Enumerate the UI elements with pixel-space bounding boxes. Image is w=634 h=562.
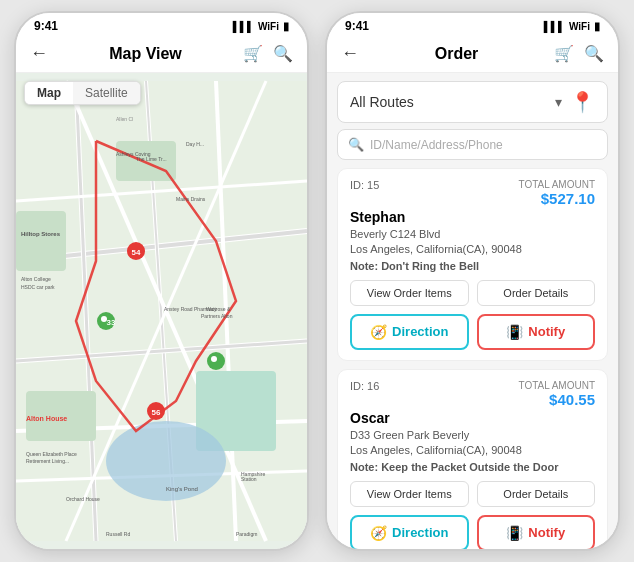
svg-text:Station: Station [241, 476, 257, 482]
order-card-2: ID: 16 TOTAL AMOUNT $40.55 Oscar D33 Gre… [337, 369, 608, 549]
order-amount-2: $40.55 [519, 391, 596, 408]
total-label-2: TOTAL AMOUNT [519, 380, 596, 391]
amount-right-1: TOTAL AMOUNT $527.10 [519, 179, 596, 207]
svg-text:Allen Cl: Allen Cl [116, 116, 133, 122]
header-left: ← Map View 🛒 🔍 [16, 37, 307, 73]
page-title-right: Order [435, 45, 479, 63]
svg-text:Paradigm: Paradigm [236, 531, 257, 537]
order-amount-1: $527.10 [519, 190, 596, 207]
map-pin-icon: 📍 [570, 90, 595, 114]
search-input-icon: 🔍 [348, 137, 364, 152]
route-selector[interactable]: All Routes ▾ 📍 [337, 81, 608, 123]
order-id-2: ID: 16 [350, 380, 379, 392]
status-time-right: 9:41 [345, 19, 369, 33]
svg-text:Alton House: Alton House [26, 415, 67, 422]
direction-icon-1: 🧭 [370, 324, 387, 340]
order-note-1: Note: Don't Ring the Bell [350, 260, 595, 272]
total-label-1: TOTAL AMOUNT [519, 179, 596, 190]
tab-satellite[interactable]: Satellite [73, 82, 140, 104]
svg-text:Anstey Road Pharmacy: Anstey Road Pharmacy [164, 306, 217, 312]
svg-text:Hilltop Stores: Hilltop Stores [21, 231, 61, 237]
battery-icon-left: ▮ [283, 20, 289, 33]
search-icon-right[interactable]: 🔍 [584, 44, 604, 63]
tab-map[interactable]: Map [25, 82, 73, 104]
view-order-items-button-1[interactable]: View Order Items [350, 280, 469, 306]
header-icons-left: 🛒 🔍 [243, 44, 293, 63]
svg-text:The Lime Tr...: The Lime Tr... [136, 156, 167, 162]
signal-icon-left: ▌▌▌ [233, 21, 254, 32]
svg-text:Partners Alton: Partners Alton [201, 313, 233, 319]
back-button-right[interactable]: ← [341, 43, 359, 64]
svg-text:King's Pond: King's Pond [166, 486, 198, 492]
svg-point-28 [211, 356, 217, 362]
svg-text:54: 54 [132, 248, 141, 257]
status-time-left: 9:41 [34, 19, 58, 33]
order-content: All Routes ▾ 📍 🔍 ID/Name/Address/Phone I… [327, 73, 618, 549]
svg-text:56: 56 [152, 408, 161, 417]
signal-icon-right: ▌▌▌ [544, 21, 565, 32]
notify-button-1[interactable]: 📳 Notify [477, 314, 596, 350]
header-right: ← Order 🛒 🔍 [327, 37, 618, 73]
order-actions-row-2: View Order Items Order Details [350, 481, 595, 507]
phone-order-view: 9:41 ▌▌▌ WiFi ▮ ← Order 🛒 🔍 All Routes ▾… [325, 11, 620, 551]
order-header-2: ID: 16 TOTAL AMOUNT $40.55 [350, 380, 595, 408]
status-icons-left: ▌▌▌ WiFi ▮ [233, 20, 289, 33]
svg-text:Orchard House: Orchard House [66, 496, 100, 502]
battery-icon-right: ▮ [594, 20, 600, 33]
order-id-1: ID: 15 [350, 179, 379, 191]
status-bar-right: 9:41 ▌▌▌ WiFi ▮ [327, 13, 618, 37]
map-tabs: Map Satellite [24, 81, 141, 105]
order-card-1: ID: 15 TOTAL AMOUNT $527.10 Stephan Beve… [337, 168, 608, 361]
order-name-1: Stephan [350, 209, 595, 225]
status-icons-right: ▌▌▌ WiFi ▮ [544, 20, 600, 33]
notify-icon-1: 📳 [506, 324, 523, 340]
svg-text:33: 33 [107, 318, 116, 327]
order-details-button-1[interactable]: Order Details [477, 280, 596, 306]
notify-icon-2: 📳 [506, 525, 523, 541]
search-placeholder: ID/Name/Address/Phone [370, 138, 503, 152]
search-icon-left[interactable]: 🔍 [273, 44, 293, 63]
svg-text:Mains Drains: Mains Drains [176, 196, 206, 202]
route-label: All Routes [350, 94, 414, 110]
order-address-1: Beverly C124 Blvd Los Angeles, Californi… [350, 227, 595, 258]
map-container[interactable]: Map Satellite [16, 73, 307, 549]
status-bar-left: 9:41 ▌▌▌ WiFi ▮ [16, 13, 307, 37]
svg-text:Day H...: Day H... [186, 141, 204, 147]
phone-map-view: 9:41 ▌▌▌ WiFi ▮ ← Map View 🛒 🔍 Map Satel… [14, 11, 309, 551]
svg-text:HSDC car park: HSDC car park [21, 284, 55, 290]
page-title-left: Map View [109, 45, 182, 63]
direction-button-2[interactable]: 🧭 Direction [350, 515, 469, 549]
route-right: ▾ 📍 [555, 90, 595, 114]
order-header-1: ID: 15 TOTAL AMOUNT $527.10 [350, 179, 595, 207]
order-name-2: Oscar [350, 410, 595, 426]
direction-icon-2: 🧭 [370, 525, 387, 541]
order-note-2: Note: Keep the Packet Outside the Door [350, 461, 595, 473]
amount-right-2: TOTAL AMOUNT $40.55 [519, 380, 596, 408]
search-box[interactable]: 🔍 ID/Name/Address/Phone [337, 129, 608, 160]
cart-icon-left[interactable]: 🛒 [243, 44, 263, 63]
view-order-items-button-2[interactable]: View Order Items [350, 481, 469, 507]
order-details-button-2[interactable]: Order Details [477, 481, 596, 507]
wifi-icon-left: WiFi [258, 21, 279, 32]
direction-button-1[interactable]: 🧭 Direction [350, 314, 469, 350]
svg-text:Alton College: Alton College [21, 276, 51, 282]
svg-text:Russell Rd: Russell Rd [106, 531, 130, 537]
map-view-svg: 54 33 56 Hilltop Stores Alton College HS… [16, 73, 307, 549]
back-button-left[interactable]: ← [30, 43, 48, 64]
cart-icon-right[interactable]: 🛒 [554, 44, 574, 63]
svg-text:Retirement Living...: Retirement Living... [26, 458, 69, 464]
order-buttons-row-2: 🧭 Direction 📳 Notify [350, 515, 595, 549]
svg-rect-15 [16, 211, 66, 271]
notify-button-2[interactable]: 📳 Notify [477, 515, 596, 549]
wifi-icon-right: WiFi [569, 21, 590, 32]
header-icons-right: 🛒 🔍 [554, 44, 604, 63]
svg-text:Queen Elizabeth Place: Queen Elizabeth Place [26, 451, 77, 457]
order-actions-row-1: View Order Items Order Details [350, 280, 595, 306]
chevron-down-icon: ▾ [555, 94, 562, 110]
order-address-2: D33 Green Park Beverly Los Angeles, Cali… [350, 428, 595, 459]
order-buttons-row-1: 🧭 Direction 📳 Notify [350, 314, 595, 350]
